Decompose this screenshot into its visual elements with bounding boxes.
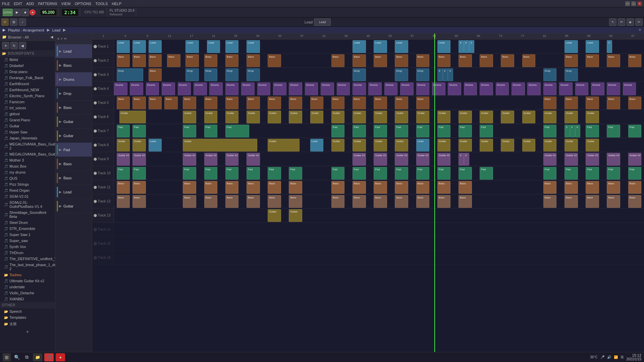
block[interactable]: Guitar: [416, 111, 430, 123]
browser-item-touhou[interactable]: 📂Touhou: [0, 272, 55, 278]
browser-item[interactable]: 🎵SGMv2.01-GuitsPlusBass-V1.4: [0, 199, 55, 209]
channel-bass1[interactable]: ▶ Bass: [55, 58, 92, 72]
explorer-app[interactable]: 📁: [33, 353, 42, 361]
track-1-blocks[interactable]: Lead Lead Lead Lead Lead Lead Lead Lead …: [114, 40, 644, 53]
block[interactable]: Guitar: [132, 139, 146, 152]
block[interactable]: Guitar #2: [395, 153, 408, 166]
block-drums[interactable]: Drums: [464, 82, 477, 95]
channel-lead[interactable]: ▶ Lead: [55, 44, 92, 58]
browser-item[interactable]: 🎵Drop piano: [0, 69, 55, 75]
record-app[interactable]: ●: [56, 353, 65, 361]
block-lead[interactable]: Lead: [565, 40, 578, 53]
block[interactable]: Bass: [565, 181, 578, 194]
block-lead[interactable]: Lead: [395, 40, 408, 53]
block-drop[interactable]: Drop: [395, 68, 408, 81]
menu-edit[interactable]: EDIT: [14, 2, 22, 6]
browser-item[interactable]: 🎵Ultimate Guitar Kit v2: [0, 278, 55, 284]
block-bass[interactable]: Bass: [395, 54, 408, 67]
block[interactable]: Pad: [628, 167, 642, 180]
browser-item[interactable]: 🎵MEGALOVANIA_Bass_Guitar: [0, 151, 55, 157]
track-12-blocks[interactable]: Bass Bass Bass Bass Bass Bass Bass Bass …: [114, 194, 644, 208]
block-bass[interactable]: Bass: [167, 54, 180, 67]
browser-item-taiko[interactable]: 📂太鼓: [0, 320, 55, 327]
channel-guitar1[interactable]: ▶ Guitar: [55, 115, 92, 129]
block[interactable]: Guitar: [586, 139, 599, 152]
menu-options[interactable]: OPTIONS: [75, 2, 92, 6]
block[interactable]: Bass: [416, 97, 430, 109]
block[interactable]: Pad: [183, 125, 196, 137]
block[interactable]: Pad: [268, 167, 281, 180]
block[interactable]: Guitar: [225, 111, 239, 123]
browser-item[interactable]: 🎵STR_Ensemble: [0, 226, 55, 232]
block[interactable]: Guitar: [353, 139, 366, 152]
block-lead[interactable]: Lead: [247, 40, 260, 53]
browser-item[interactable]: 🎵Shreddage_Soundfont Beta: [0, 209, 55, 220]
browser-item[interactable]: 🎵Inf_voices: [0, 105, 55, 111]
block-drop[interactable]: Drop: [565, 68, 578, 81]
browser-item[interactable]: 🎵SGM-V2.01: [0, 193, 55, 199]
block[interactable]: Bass: [289, 181, 302, 194]
block[interactable]: Pad: [437, 125, 451, 137]
block-drop[interactable]: Drop: [204, 68, 218, 81]
block[interactable]: Pad: [586, 125, 599, 137]
block[interactable]: Pad: [628, 125, 642, 137]
block[interactable]: Pad: [586, 167, 599, 180]
browser-add-btn[interactable]: +: [2, 42, 9, 49]
track-2-blocks[interactable]: Bass Bass Bass Bass Bass Bass Bass Bass …: [114, 54, 644, 67]
block-bass[interactable]: Bass: [132, 54, 146, 67]
block[interactable]: Bass: [117, 97, 130, 109]
block-drop[interactable]: Drop: [416, 68, 430, 81]
block-drums[interactable]: Drums: [480, 82, 493, 95]
browser-item[interactable]: 🎵8bitsl: [0, 57, 55, 63]
block-bass[interactable]: Bass: [149, 68, 162, 81]
block-bass[interactable]: Bass: [607, 54, 620, 67]
block[interactable]: Pad: [543, 125, 557, 137]
block[interactable]: Pad: [247, 167, 260, 180]
block-lead[interactable]: Lead: [374, 40, 387, 53]
block-drums[interactable]: Drums: [289, 82, 302, 95]
block-bass[interactable]: Bass: [437, 54, 451, 67]
block-lead[interactable]: Lead: [586, 40, 599, 53]
maximize-button[interactable]: □: [631, 1, 636, 6]
browser-collapse[interactable]: ◀: [50, 35, 53, 39]
block[interactable]: Guitar: [395, 139, 408, 152]
block[interactable]: Guitar #2: [353, 153, 366, 166]
block[interactable]: Bass: [204, 195, 218, 208]
browser-item-speech[interactable]: 📂Speech: [0, 308, 55, 314]
block-drop[interactable]: Drop: [543, 68, 557, 81]
block[interactable]: Guitar: [543, 139, 557, 152]
media-app[interactable]: 🎵: [44, 353, 54, 361]
block[interactable]: Pad: [183, 167, 196, 180]
browser-item-grand-piano[interactable]: 🎵Grand Piano: [0, 117, 55, 123]
channel-bass4[interactable]: ▶ Bass: [55, 171, 92, 185]
block-drums[interactable]: Drums: [448, 82, 461, 95]
block[interactable]: Guitar: [183, 139, 257, 152]
block[interactable]: Pad: [565, 167, 578, 180]
block[interactable]: Lead: [416, 139, 430, 152]
browser-item[interactable]: 🎵THDrum: [0, 250, 55, 256]
menu-patterns[interactable]: PATTERNS: [38, 2, 57, 6]
channel-rack-button[interactable]: ⊞: [10, 18, 17, 26]
block[interactable]: Lead: [149, 139, 162, 152]
song-mode-button[interactable]: SONG: [3, 9, 13, 16]
browser-item-reed-organ[interactable]: 🎵Reed Organ: [0, 187, 55, 193]
block-drums[interactable]: Drums: [194, 82, 207, 95]
block[interactable]: Bass: [586, 181, 599, 194]
block[interactable]: Pad: [353, 167, 366, 180]
block[interactable]: Guitar #2: [117, 153, 130, 166]
menu-help[interactable]: HELP: [112, 2, 121, 6]
tool-select[interactable]: ↖: [609, 18, 616, 26]
block-bass[interactable]: Bass: [628, 54, 642, 67]
block[interactable]: Guitar: [247, 111, 260, 123]
block[interactable]: Guitar #2: [183, 153, 196, 166]
browser-item[interactable]: 🎵MEGALOVANIA_Bass_Guitar 2: [0, 141, 55, 151]
tool-pencil[interactable]: ✏: [618, 18, 625, 26]
block[interactable]: Bass: [132, 97, 146, 109]
block[interactable]: Bass: [247, 195, 260, 208]
block[interactable]: Bass: [628, 195, 642, 208]
browser-item-mother3[interactable]: 🎵Mother 3: [0, 157, 55, 163]
block[interactable]: Guitar: [522, 139, 536, 152]
block[interactable]: Guitar: [437, 139, 451, 152]
channel-drop[interactable]: ▶ Drop: [55, 86, 92, 101]
block[interactable]: Pad: [374, 125, 387, 137]
